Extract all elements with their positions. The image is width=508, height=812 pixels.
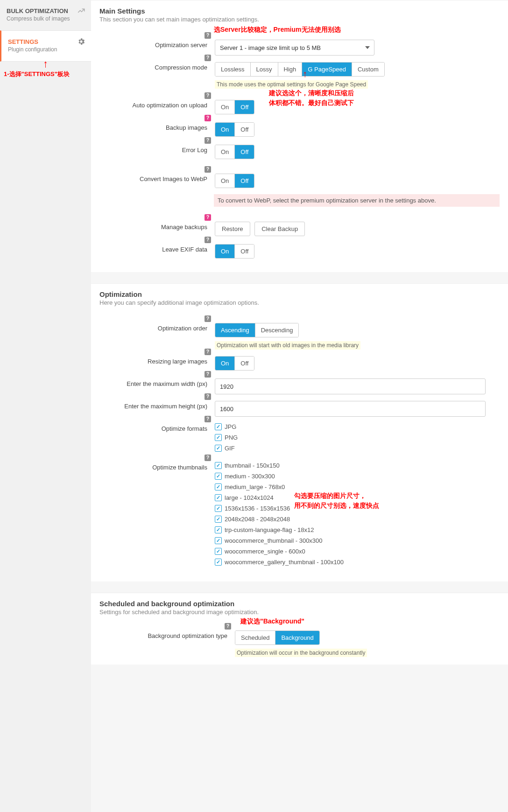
mode-custom[interactable]: Custom [352,63,384,76]
help-icon[interactable]: ? [205,32,211,39]
field-label: Optimize thumbnails [152,464,207,471]
help-icon[interactable]: ? [205,166,211,173]
checkbox-icon [215,548,222,555]
help-icon[interactable]: ? [205,315,211,322]
field-label: Error Log [182,147,207,154]
restore-button[interactable]: Restore [215,222,250,236]
toggle-on[interactable]: On [215,145,235,159]
optimization-server-select[interactable]: Server 1 - image size limit up to 5 MB [215,40,374,56]
panel-scheduled: Scheduled and background optimization Se… [91,593,508,665]
sidebar-item-title: SETTINGS [8,38,85,45]
sidebar-item-bulk[interactable]: BULK OPTIMIZATION Compress bulk of image… [0,0,91,30]
thumb-checkbox[interactable]: 2048x2048 - 2048x2048 [215,516,500,523]
field-label: Backup images [166,124,207,131]
field-label: Convert Images to WebP [140,175,207,182]
hint-text: To convert to WebP, select the premium o… [214,194,500,207]
thumb-checkbox[interactable]: woocommerce_single - 600x0 [215,548,500,555]
field-label: Optimize formats [162,425,207,432]
gear-icon [77,37,85,47]
sidebar-item-sub: Compress bulk of images [7,15,85,22]
chart-icon [77,7,85,16]
sidebar: BULK OPTIMIZATION Compress bulk of image… [0,0,91,812]
format-jpg-checkbox[interactable]: JPG [215,423,500,430]
sidebar-item-sub: Plugin configuration [8,46,85,53]
help-icon[interactable]: ? [205,393,211,400]
checkbox-icon [215,537,222,544]
bg-background[interactable]: Background [275,631,319,644]
field-label: Background optimization type [148,632,227,639]
checkbox-icon [215,473,222,480]
help-icon[interactable]: ? [205,55,211,61]
help-icon[interactable]: ? [205,214,211,221]
thumb-checkbox[interactable]: thumbnail - 150x150 [215,462,500,469]
order-descending[interactable]: Descending [255,323,299,337]
bg-scheduled[interactable]: Scheduled [235,631,275,644]
help-icon[interactable]: ? [225,623,231,630]
checkbox-icon [215,494,222,501]
toggle-on[interactable]: On [215,100,235,114]
toggle-off[interactable]: Off [235,123,254,136]
optimization-order-group: Ascending Descending [215,323,299,337]
error-log-toggle: On Off [215,145,254,159]
compression-mode-group: Lossless Lossy High G PageSpeed Custom [215,62,385,77]
toggle-off[interactable]: Off [235,357,254,370]
checkbox-icon [215,559,222,566]
checkbox-icon [215,516,222,523]
format-png-checkbox[interactable]: PNG [215,434,500,441]
checkbox-icon [215,526,222,533]
order-ascending[interactable]: Ascending [215,323,255,337]
max-width-input[interactable] [215,378,486,394]
field-label: Manage backups [161,224,207,231]
thumb-checkbox[interactable]: large - 1024x1024 [215,494,500,501]
checkbox-icon [215,505,222,512]
help-icon[interactable]: ? [205,137,211,144]
thumb-checkbox[interactable]: medium_large - 768x0 [215,483,500,490]
toggle-on[interactable]: On [215,245,235,258]
backup-images-toggle: On Off [215,122,254,137]
field-label: Compression mode [155,64,207,71]
exif-toggle: On Off [215,244,254,259]
toggle-on[interactable]: On [215,357,235,370]
thumb-checkbox[interactable]: trp-custom-language-flag - 18x12 [215,526,500,533]
sidebar-item-settings[interactable]: SETTINGS Plugin configuration [0,30,91,62]
clear-backup-button[interactable]: Clear Backup [254,222,305,236]
toggle-off[interactable]: Off [235,100,254,114]
thumb-checkbox[interactable]: medium - 300x300 [215,473,500,480]
checkbox-icon [215,483,222,490]
format-gif-checkbox[interactable]: GIF [215,445,500,452]
checkbox-icon [215,445,222,452]
help-icon[interactable]: ? [205,115,211,121]
max-height-input[interactable] [215,401,486,417]
auto-optimization-toggle: On Off [215,100,254,114]
panel-optimization: Optimization Here you can specify additi… [91,283,508,581]
panel-desc: This section you can set main images opt… [99,16,500,23]
mode-lossy[interactable]: Lossy [251,63,278,76]
help-icon[interactable]: ? [205,237,211,243]
toggle-on[interactable]: On [215,123,235,136]
hint-text: Optimization will start with old images … [215,341,360,350]
toggle-off[interactable]: Off [235,245,254,258]
toggle-off[interactable]: Off [235,174,254,188]
checkbox-icon [215,434,222,441]
help-icon[interactable]: ? [205,455,211,461]
thumb-checkbox[interactable]: 1536x1536 - 1536x1536 [215,505,500,512]
mode-gpagespeed[interactable]: G PageSpeed [302,63,352,76]
mode-high[interactable]: High [278,63,303,76]
thumb-checkbox[interactable]: woocommerce_thumbnail - 300x300 [215,537,500,544]
panel-desc: Here you can specify additional image op… [99,299,500,306]
panel-main-settings: Main Settings This section you can set m… [91,0,508,272]
field-label: Optimization server [155,42,207,49]
hint-text: Optimization will occur in the backgroun… [235,649,367,657]
help-icon[interactable]: ? [205,92,211,99]
mode-lossless[interactable]: Lossless [215,63,251,76]
toggle-off[interactable]: Off [235,145,254,159]
checkbox-icon [215,423,222,430]
thumb-checkbox[interactable]: woocommerce_gallery_thumbnail - 100x100 [215,559,500,566]
help-icon[interactable]: ? [205,371,211,378]
panel-title: Main Settings [99,7,500,15]
help-icon[interactable]: ? [205,349,211,355]
field-label: Resizing large images [148,358,207,365]
field-label: Optimization order [158,325,207,332]
toggle-on[interactable]: On [215,174,235,188]
help-icon[interactable]: ? [205,416,211,422]
